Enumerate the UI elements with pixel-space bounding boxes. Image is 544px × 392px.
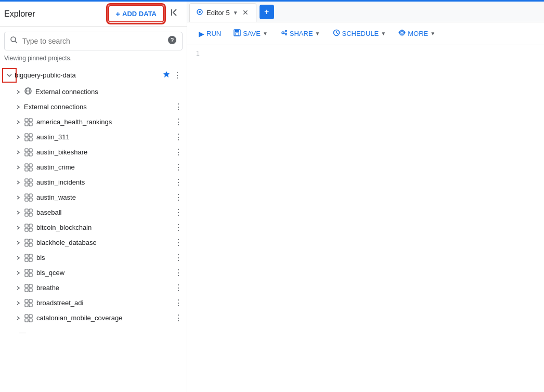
list-item[interactable]: bitcoin_blockchain ⋮ (0, 220, 187, 235)
list-item[interactable]: bls ⋮ (0, 250, 187, 265)
list-item[interactable]: baseball ⋮ (0, 205, 187, 220)
item-expand-arrow[interactable] (15, 314, 23, 322)
item-more-icon[interactable]: ⋮ (174, 192, 183, 202)
item-expand-arrow[interactable] (15, 224, 23, 232)
tab-dropdown-arrow[interactable]: ▼ (233, 10, 238, 16)
item-label: bls_qcew (36, 269, 174, 277)
item-more-icon[interactable]: ⋮ (174, 253, 183, 263)
project-row[interactable]: bigquery-public-data ⋮ (0, 66, 187, 84)
list-item[interactable]: austin_bikeshare ⋮ (0, 145, 187, 160)
item-label: broadstreet_adi (36, 299, 174, 307)
svg-rect-49 (29, 269, 32, 272)
list-item[interactable]: breathe ⋮ (0, 280, 187, 295)
list-item[interactable]: austin_crime ⋮ (0, 160, 187, 175)
svg-rect-14 (25, 138, 28, 141)
svg-rect-22 (25, 168, 28, 171)
item-expand-arrow[interactable] (15, 284, 23, 292)
save-dropdown[interactable]: ▼ (263, 31, 268, 36)
run-button[interactable]: ▶ RUN (193, 27, 226, 41)
dataset-icon (24, 253, 33, 263)
item-expand-arrow[interactable] (15, 163, 23, 172)
list-item[interactable]: bls_qcew ⋮ (0, 265, 187, 280)
line-1: 1 (187, 49, 544, 57)
list-item[interactable]: catalonian_mobile_coverage ⋮ (0, 310, 187, 325)
more-dropdown[interactable]: ▼ (430, 31, 435, 36)
svg-rect-33 (29, 209, 32, 212)
svg-rect-10 (25, 123, 28, 126)
item-expand-arrow[interactable] (15, 254, 23, 262)
tab-icon (196, 8, 203, 17)
item-expand-arrow[interactable] (15, 269, 23, 277)
item-more-icon[interactable]: ⋮ (174, 268, 183, 278)
svg-rect-20 (25, 164, 28, 167)
item-expand-arrow[interactable] (15, 208, 23, 217)
save-icon (234, 29, 241, 38)
schedule-dropdown[interactable]: ▼ (381, 31, 386, 36)
dataset-icon (24, 208, 33, 217)
item-more-icon[interactable]: ⋮ (174, 238, 183, 247)
item-label: breathe (36, 284, 174, 292)
list-item[interactable]: blackhole_database ⋮ (0, 235, 187, 250)
item-expand-arrow[interactable] (15, 103, 23, 111)
item-more-icon[interactable]: ⋮ (174, 313, 183, 323)
dataset-icon (24, 268, 33, 278)
item-more-icon[interactable]: ⋮ (174, 298, 183, 308)
item-more-icon[interactable]: ⋮ (174, 132, 183, 142)
editor-content[interactable]: 1 (187, 45, 544, 392)
svg-rect-18 (25, 153, 28, 156)
new-tab-button[interactable]: + (260, 5, 274, 19)
item-expand-arrow[interactable] (15, 148, 23, 156)
share-button[interactable]: SHARE ▼ (275, 26, 326, 41)
svg-rect-32 (25, 209, 28, 212)
save-button[interactable]: SAVE ▼ (228, 26, 273, 41)
item-label: baseball (36, 208, 174, 216)
collapse-icon (170, 7, 180, 18)
item-more-icon[interactable]: ⋮ (174, 207, 183, 217)
svg-rect-12 (25, 134, 28, 137)
item-more-icon[interactable]: ⋮ (174, 162, 183, 172)
list-item[interactable]: External connections ⋮ (0, 99, 187, 114)
svg-rect-67 (235, 30, 239, 32)
external-connections-item[interactable]: External connections (0, 84, 187, 99)
svg-rect-45 (29, 254, 32, 257)
svg-rect-38 (25, 228, 28, 231)
item-more-icon[interactable]: ⋮ (174, 117, 183, 127)
gear-icon (398, 29, 406, 38)
svg-line-76 (336, 33, 338, 34)
explorer-header: Explorer + ADD DATA (0, 2, 187, 27)
dataset-icon (24, 313, 33, 323)
list-item[interactable]: austin_waste ⋮ (0, 190, 187, 205)
list-item[interactable]: austin_311 ⋮ (0, 129, 187, 145)
add-data-button[interactable]: + ADD DATA (108, 5, 164, 22)
item-expand-arrow[interactable] (15, 299, 23, 307)
item-expand-arrow[interactable] (15, 239, 23, 247)
search-input[interactable] (22, 37, 164, 45)
item-more-icon[interactable]: ⋮ (174, 102, 183, 112)
item-expand-arrow[interactable] (15, 178, 23, 187)
project-name: bigquery-public-data (15, 71, 163, 79)
share-dropdown[interactable]: ▼ (315, 31, 320, 36)
list-item[interactable]: america_health_rankings ⋮ (0, 114, 187, 129)
list-item[interactable]: austin_incidents ⋮ (0, 175, 187, 190)
project-more-icon[interactable]: ⋮ (172, 69, 183, 81)
more-button[interactable]: MORE ▼ (393, 26, 441, 41)
item-expand-arrow[interactable] (15, 118, 23, 126)
schedule-button[interactable]: SCHEDULE ▼ (328, 26, 392, 41)
project-expand-arrow[interactable] (4, 70, 15, 81)
item-more-icon[interactable]: ⋮ (174, 177, 183, 187)
item-label: External connections (24, 103, 174, 111)
tab-close-button[interactable]: ✕ (241, 7, 250, 18)
tab-label: Editor 5 (206, 9, 230, 17)
item-more-icon[interactable]: ⋮ (174, 283, 183, 293)
editor-tab[interactable]: Editor 5 ▼ ✕ (189, 3, 256, 22)
item-expand-arrow[interactable] (15, 193, 23, 202)
viewing-pinned-text: Viewing pinned projects. (0, 54, 187, 66)
item-more-icon[interactable]: ⋮ (174, 147, 183, 157)
collapse-panel-button[interactable] (168, 5, 183, 22)
ext-expand-arrow[interactable] (15, 88, 23, 96)
help-icon[interactable]: ? (167, 35, 177, 47)
item-more-icon[interactable]: ⋮ (174, 223, 183, 232)
list-item[interactable]: broadstreet_adi ⋮ (0, 295, 187, 310)
item-expand-arrow[interactable] (15, 133, 23, 141)
svg-rect-54 (25, 289, 28, 292)
